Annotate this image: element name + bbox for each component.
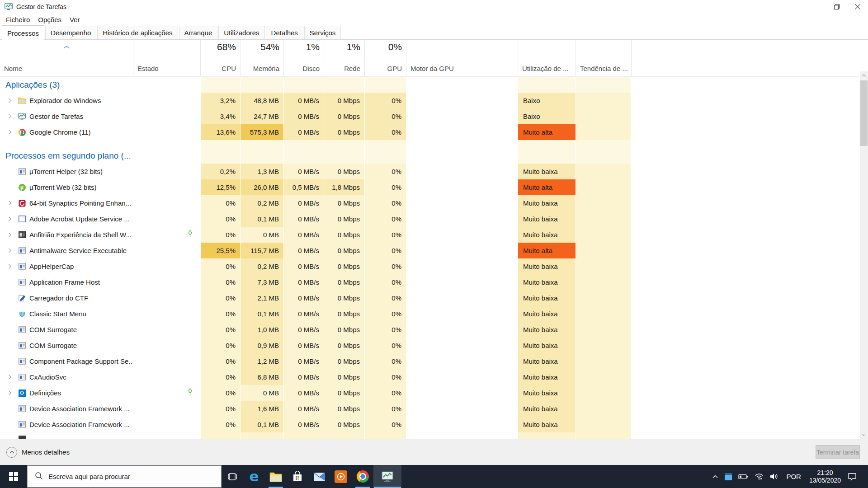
estado-cell xyxy=(133,274,200,290)
generic-icon xyxy=(18,168,26,175)
expand-chevron-icon[interactable] xyxy=(5,248,14,253)
memoria-cell: 0,9 MB xyxy=(240,338,283,353)
close-button[interactable] xyxy=(847,0,868,14)
process-row[interactable]: COM Surrogate0%0,9 MB0 MB/s0 Mbps0%Muito… xyxy=(0,338,868,353)
value: 0 Mbps xyxy=(338,247,360,254)
process-row[interactable]: Gestor de Tarefas3,4%24,7 MB0 MB/s0 Mbps… xyxy=(0,108,868,124)
battery-icon[interactable] xyxy=(735,465,751,488)
column-header-gpu[interactable]: 0%GPU xyxy=(364,40,406,76)
taskbar-search-box[interactable] xyxy=(27,465,222,488)
memoria-cell: 0,2 MB xyxy=(240,258,283,274)
utorrent-tray-icon[interactable] xyxy=(722,465,735,488)
scroll-down-button[interactable] xyxy=(860,431,868,439)
column-header-memoria[interactable]: 54%Memória xyxy=(240,40,283,76)
process-row[interactable]: AppHelperCap0%0,2 MB0 MB/s0 Mbps0%Muito … xyxy=(0,258,868,274)
column-header-rede[interactable]: 1%Rede xyxy=(324,40,364,76)
wifi-icon[interactable] xyxy=(751,465,767,488)
expand-chevron-icon[interactable] xyxy=(5,264,14,269)
menu-item-ficheiro[interactable]: Ficheiro xyxy=(2,15,34,24)
tab-hist-rico-de-aplica-es[interactable]: Histórico de aplicações xyxy=(97,26,178,39)
tab-utilizadores[interactable]: Utilizadores xyxy=(218,26,264,39)
disco-cell xyxy=(283,140,324,148)
menu-item-ver[interactable]: Ver xyxy=(66,15,84,24)
expand-chevron-icon[interactable] xyxy=(5,98,14,103)
expand-chevron-icon[interactable] xyxy=(5,232,14,237)
process-row[interactable]: 64-bit Synaptics Pointing Enhan...0%0,2 … xyxy=(0,195,868,211)
process-row[interactable]: µµTorrent Web (32 bits)12,5%26,0 MB0,5 M… xyxy=(0,179,868,195)
task-manager-taskbar-icon[interactable] xyxy=(373,465,401,488)
tab-desempenho[interactable]: Desempenho xyxy=(45,26,96,39)
process-row[interactable]: Google Chrome (11)13,6%575,3 MB0 MB/s0 M… xyxy=(0,124,868,140)
column-header-motor-gpu[interactable]: Motor da GPU xyxy=(406,40,518,76)
store-taskbar-icon[interactable] xyxy=(287,465,308,488)
process-row[interactable]: COM Surrogate0%1,0 MB0 MB/s0 Mbps0%Muito… xyxy=(0,322,868,338)
process-row[interactable]: Device Association Framework ...0%0,1 MB… xyxy=(0,417,868,432)
action-center-icon[interactable] xyxy=(844,465,860,488)
language-indicator[interactable]: POR xyxy=(782,465,806,488)
task-view-button[interactable] xyxy=(222,465,243,488)
column-header-cpu[interactable]: 68%CPU xyxy=(200,40,240,76)
scrollbar-thumb[interactable] xyxy=(860,80,868,146)
expand-chevron-icon[interactable] xyxy=(5,216,14,221)
column-header-nome[interactable]: Nome xyxy=(0,40,133,76)
expand-chevron-icon[interactable] xyxy=(5,390,14,395)
column-header-utilizacao[interactable]: Utilização de ... xyxy=(518,40,576,76)
tab-detalhes[interactable]: Detalhes xyxy=(266,26,303,39)
expand-chevron-icon[interactable] xyxy=(5,130,14,135)
value: 0 MB/s xyxy=(298,263,319,270)
settings-icon: ⚙ xyxy=(18,389,26,397)
restore-button[interactable] xyxy=(826,0,847,14)
search-input[interactable] xyxy=(48,473,198,480)
chrome-taskbar-icon[interactable] xyxy=(352,465,373,488)
file-explorer-taskbar-icon[interactable] xyxy=(265,465,287,488)
tendencia-cell xyxy=(576,77,631,93)
utilizacao-cell: Muito baixa xyxy=(518,227,576,243)
menu-item-opes[interactable]: Opções xyxy=(34,15,66,24)
end-task-button[interactable]: Terminar tarefa xyxy=(816,445,860,459)
motor-gpu-cell xyxy=(406,385,518,401)
minimize-button[interactable] xyxy=(806,0,826,14)
scroll-up-button[interactable] xyxy=(860,71,868,80)
process-row[interactable]: Application Frame Host0%7,3 MB0 MB/s0 Mb… xyxy=(0,274,868,290)
column-header-tendencia[interactable]: Tendência de ... xyxy=(576,40,631,76)
vertical-scrollbar[interactable] xyxy=(860,71,868,439)
process-row[interactable]: CxAudioSvc0%6,8 MB0 MB/s0 Mbps0%Muito ba… xyxy=(0,369,868,385)
estado-cell xyxy=(133,227,200,243)
process-row[interactable]: Classic Start Menu0%0,1 MB0 MB/s0 Mbps0%… xyxy=(0,306,868,322)
process-row[interactable]: Explorador do Windows3,2%48,8 MB0 MB/s0 … xyxy=(0,93,868,108)
memoria-cell: 24,7 MB xyxy=(240,108,283,124)
rede-cell: 0 Mbps xyxy=(324,385,364,401)
tab-processos[interactable]: Processos xyxy=(2,25,44,40)
tab-arranque[interactable]: Arranque xyxy=(179,26,218,39)
mail-taskbar-icon[interactable] xyxy=(308,465,330,488)
tab-servi-os[interactable]: Serviços xyxy=(304,26,341,39)
expand-chevron-icon[interactable] xyxy=(5,375,14,380)
process-name: Device Association Framework ... xyxy=(29,421,130,428)
process-row[interactable]: ⚙Definições0%0 MB0 MB/s0 Mbps0%Muito bai… xyxy=(0,385,868,401)
column-header-estado[interactable]: Estado xyxy=(133,40,200,76)
process-row[interactable]: Antimalware Service Executable25,5%115,7… xyxy=(0,243,868,258)
process-row[interactable]: Component Package Support Se...0%1,2 MB0… xyxy=(0,353,868,369)
clock-time: 21:20 xyxy=(809,469,841,477)
column-header-disco[interactable]: 1%Disco xyxy=(283,40,324,76)
clock[interactable]: 21:2013/05/2020 xyxy=(806,465,844,488)
process-row[interactable]: Adobe Acrobat Update Service ...0%0,1 MB… xyxy=(0,211,868,227)
motor-gpu-cell xyxy=(406,148,518,164)
media-player-taskbar-icon[interactable] xyxy=(330,465,352,488)
process-row[interactable]: Device Association Framework ...0%1,6 MB… xyxy=(0,401,868,417)
start-button[interactable] xyxy=(0,465,27,488)
less-details-toggle[interactable]: Menos detalhes xyxy=(6,447,70,458)
expand-chevron-icon[interactable] xyxy=(5,114,14,119)
gpu-cell xyxy=(364,148,406,164)
cpu-cell: 0% xyxy=(200,401,240,417)
tray-chevron-up-icon[interactable] xyxy=(709,465,722,488)
process-row[interactable]: Carregador do CTF0%2,1 MB0 MB/s0 Mbps0%M… xyxy=(0,290,868,306)
process-row[interactable]: Anfitrião Experiência da Shell W...0%0 M… xyxy=(0,227,868,243)
row-filler xyxy=(631,401,868,417)
edge-taskbar-icon[interactable]: e xyxy=(243,465,265,488)
expand-chevron-icon[interactable] xyxy=(5,201,14,206)
volume-icon[interactable] xyxy=(767,465,782,488)
value: 0 Mbps xyxy=(338,421,360,428)
value: 3,2% xyxy=(220,97,236,104)
process-row[interactable]: µTorrent Helper (32 bits)0,2%1,3 MB0 MB/… xyxy=(0,164,868,179)
